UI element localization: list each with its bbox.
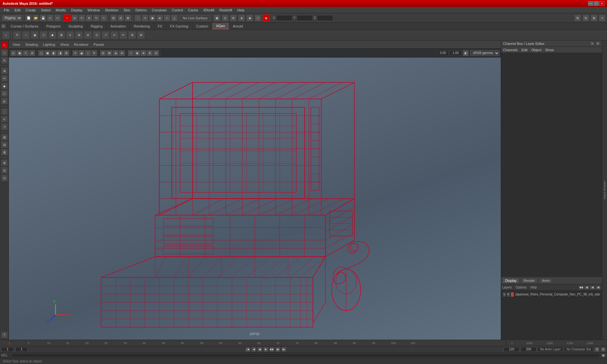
snap1-btn[interactable]: ⋮ (134, 15, 141, 21)
layer-nav-next[interactable]: ◀ (590, 285, 595, 290)
open-btn[interactable]: 📂 (32, 15, 39, 21)
cb-tab-channels[interactable]: Channels (503, 48, 518, 52)
vp-rb-shd3[interactable]: ◧ (51, 50, 57, 56)
render-view-btn[interactable]: ⊞ (1, 134, 8, 141)
maximize-button[interactable]: □ (594, 1, 599, 6)
shelf-icon-5[interactable]: ◆ (48, 31, 57, 39)
curve-tool-btn[interactable]: ◆ (1, 82, 8, 89)
rotate-btn[interactable]: ↻ (93, 15, 100, 21)
vp-rb-g1[interactable]: + (128, 50, 134, 56)
shelf-icon-14[interactable]: ⊛ (128, 31, 136, 39)
cluster-tool-btn[interactable]: ⋮ (1, 108, 8, 115)
vp-rb-ao[interactable]: ○ (85, 50, 91, 56)
layer-nav-prev[interactable]: ◀ (584, 285, 589, 290)
snap5-btn[interactable]: ⊹ (163, 15, 170, 21)
y-field[interactable] (297, 15, 313, 21)
anim-settings-btn[interactable]: ⚙ (594, 347, 599, 352)
vp-rb-shd5[interactable]: ⊞ (63, 50, 70, 56)
snap2-btn[interactable]: ≡ (142, 15, 149, 21)
vp-tab-lighting[interactable]: Lighting (40, 42, 58, 47)
vp-rb-g2[interactable]: ◉ (134, 50, 140, 56)
menu-tab-rendering[interactable]: Rendering (130, 23, 154, 29)
play-next-frame-btn[interactable]: |▶ (275, 347, 280, 352)
layer-vp-toggle[interactable]: V (503, 292, 506, 297)
vp-rb-g5[interactable]: ⊘ (153, 50, 159, 56)
shelf-icon-10[interactable]: ⊙ (93, 31, 101, 39)
rt2-btn[interactable]: ⊟ (582, 15, 589, 21)
pencil-tool-btn[interactable]: ✏ (1, 75, 8, 82)
cb-close-btn[interactable]: ✕ (596, 41, 600, 46)
cb-tab-show[interactable]: Show (545, 48, 554, 52)
menu-item-display[interactable]: Display (69, 8, 85, 13)
vp-tab-show[interactable]: Show (58, 42, 72, 47)
vp-val1-field[interactable] (437, 50, 449, 56)
menu-item-help[interactable]: Help (235, 8, 247, 13)
current-frame-field[interactable] (15, 347, 28, 352)
shelf-icon-4[interactable]: ⬡ (40, 31, 48, 39)
options-label[interactable]: Options (516, 286, 526, 289)
save-btn[interactable]: 💾 (40, 15, 46, 21)
play-prev-frame-btn[interactable]: ◀| (257, 347, 262, 352)
x-field[interactable] (276, 15, 292, 21)
shelf-icon-6[interactable]: ⊞ (57, 31, 65, 39)
vp-rb-xray[interactable]: ⊠ (106, 50, 113, 56)
menu-tab-arnold[interactable]: Arnold (229, 23, 247, 29)
menu-item-skin[interactable]: Skin (121, 8, 133, 13)
rt1-btn[interactable]: ⊞ (574, 15, 581, 21)
redo-btn[interactable]: ↪ (54, 15, 61, 21)
snap6-btn[interactable]: △ (171, 15, 178, 21)
shelf-icon-15[interactable]: ⊗ (137, 31, 145, 39)
shelf-icon-8[interactable]: ⊕ (75, 31, 83, 39)
vp-tab-view[interactable]: View (10, 42, 23, 47)
layer-item[interactable]: V P Japanese_Retro_Personal_Computer_Nec… (502, 291, 601, 298)
gamma-dropdown[interactable]: sRGB gamma (470, 50, 500, 56)
new-btn[interactable]: 📄 (25, 15, 32, 21)
menu-item-edit[interactable]: Edit (12, 8, 23, 13)
play-to-start-btn[interactable]: |◀ (245, 347, 250, 352)
mode-dropdown[interactable]: Rigging (2, 15, 22, 21)
vp-rb-hlt[interactable]: ⊕ (29, 50, 35, 56)
quick-help-btn[interactable]: ? (1, 331, 8, 338)
attribute-editor-tab[interactable]: Attribute Editor (602, 40, 607, 340)
snap4-btn[interactable]: ◈ (156, 15, 163, 21)
timeline[interactable]: 1 5 10 15 20 25 30 35 40 45 50 55 60 65 … (0, 340, 607, 346)
menu-tab-sculpting[interactable]: Sculpting (65, 23, 87, 29)
range-max-field[interactable] (521, 347, 536, 352)
vp-rb-shd1[interactable]: ◻ (38, 50, 44, 56)
graph-editor-btn[interactable]: ⊙ (1, 174, 8, 181)
shelf-icon-3[interactable]: ◉ (31, 31, 39, 39)
menu-tab-curves-surfaces[interactable]: Curves / Surfaces (7, 23, 42, 29)
shelf-icon-9[interactable]: ⊘ (84, 31, 92, 39)
move-tool-btn[interactable]: ⊕ (1, 67, 8, 74)
vp-rb-shd4[interactable]: ◨ (57, 50, 63, 56)
render6-btn[interactable]: ⬡ (254, 15, 261, 21)
lasso-tool-btn[interactable]: ⤡ (1, 49, 8, 56)
vp-rb-wire[interactable]: ⊟ (100, 50, 106, 56)
manip2-btn[interactable]: ⊟ (117, 15, 124, 21)
scale-btn[interactable]: ⤡ (100, 15, 107, 21)
vp-rb-shd2[interactable]: ◼ (44, 50, 51, 56)
cb-resize-btn[interactable]: ⤡ (590, 41, 594, 46)
lattice-tool-btn[interactable]: ≡ (1, 116, 8, 123)
shelf-toggle-btn[interactable]: ≡ (1, 24, 6, 29)
rt3-btn[interactable]: ⊠ (591, 15, 598, 21)
vp-rb-shadow[interactable]: ◕ (78, 50, 85, 56)
menu-tab-fx[interactable]: FX (154, 23, 166, 29)
vp-rb-sel[interactable]: ↖ (23, 50, 29, 56)
play-to-end-btn[interactable]: ▶| (281, 347, 286, 352)
menu-item-3dtoall[interactable]: 3DtoAll (201, 8, 217, 13)
layer-p-toggle[interactable]: P (507, 292, 510, 297)
render7-btn[interactable]: ◉ (263, 15, 270, 21)
menu-item-redshift[interactable]: Redshift (217, 8, 235, 13)
layer-nav-start[interactable]: ◀◀ (579, 285, 584, 290)
manip1-btn[interactable]: ⊞ (110, 15, 117, 21)
shelf-icon-13[interactable]: ✏ (119, 31, 127, 39)
shelf-icon-11[interactable]: ↗ (101, 31, 110, 39)
menu-item-deform[interactable]: Deform (133, 8, 149, 13)
menu-item-control[interactable]: Control (169, 8, 185, 13)
timeline-right[interactable]: 1 1050 1100 1150 1200 (506, 340, 607, 346)
timeline-ruler[interactable]: 1 5 10 15 20 25 30 35 40 45 50 55 60 65 … (9, 340, 506, 346)
menu-tab-custom[interactable]: Custom (193, 23, 212, 29)
menu-tab-polygons[interactable]: Polygons (42, 23, 64, 29)
cb-tab-object[interactable]: Object (531, 48, 541, 52)
